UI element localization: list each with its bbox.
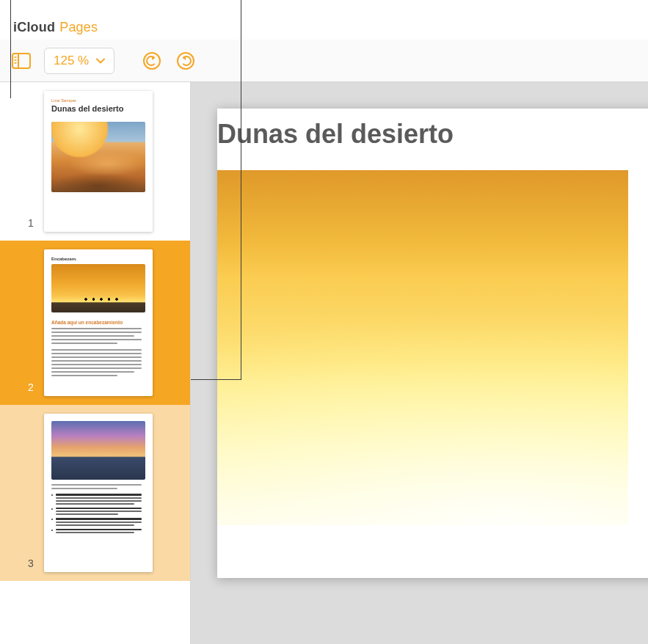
thumb1-heading: Dunas del desierto [44,104,153,117]
page-thumbnail-3[interactable]: 3 [0,405,190,581]
thumb3-bullet-list [44,492,153,535]
toolbar: 125 % [0,40,648,82]
workspace: 1 Lina Semper Dunas del desierto 2 Encab… [0,82,648,644]
thumbnail-image [44,414,153,572]
thumbnails-sidebar[interactable]: 1 Lina Semper Dunas del desierto 2 Encab… [0,82,191,644]
redo-icon [176,51,195,70]
page-number: 3 [28,557,34,569]
thumb1-photo [51,122,145,192]
app-header: iCloud Pages [0,0,648,40]
thumb2-superhead: Encabezam. [44,249,153,264]
svg-rect-0 [12,54,30,68]
thumb2-subheading: Añada aquí un encabezamiento [44,312,153,328]
undo-button[interactable] [141,50,163,72]
zoom-value: 125 % [54,54,89,68]
callout-line-2-vert [241,0,241,380]
thumb1-superhead: Lina Semper [44,91,153,104]
document-page[interactable]: Dunas del desierto [217,109,648,578]
callout-line-2-horiz [191,379,241,380]
document-canvas[interactable]: Dunas del desierto [191,82,648,644]
zoom-dropdown[interactable]: 125 % [44,48,114,74]
page-number: 2 [28,381,34,393]
callout-line-1 [10,0,11,98]
page-title[interactable]: Dunas del desierto [217,109,648,170]
thumb3-intro-text [44,484,153,489]
thumb2-placeholder-text [44,328,153,376]
undo-redo-group [141,50,197,72]
page-thumbnail-1[interactable]: 1 Lina Semper Dunas del desierto [0,82,190,241]
page-number: 1 [28,217,34,229]
brand-pages: Pages [59,20,98,35]
thumb3-photo [51,421,145,480]
hero-image[interactable] [217,170,628,525]
sidebar-icon [12,53,31,69]
page-thumbnail-2[interactable]: 2 Encabezam. Añada aquí un encabezamient… [0,241,190,405]
thumb2-photo [51,264,145,312]
thumbnail-image: Lina Semper Dunas del desierto [44,91,153,232]
redo-button[interactable] [175,50,197,72]
chevron-down-icon [96,58,105,64]
brand-icloud: iCloud [13,20,55,35]
sidebar-toggle-button[interactable] [10,51,32,71]
undo-icon [142,51,161,70]
thumbnail-image: Encabezam. Añada aquí un encabezamiento [44,249,153,396]
